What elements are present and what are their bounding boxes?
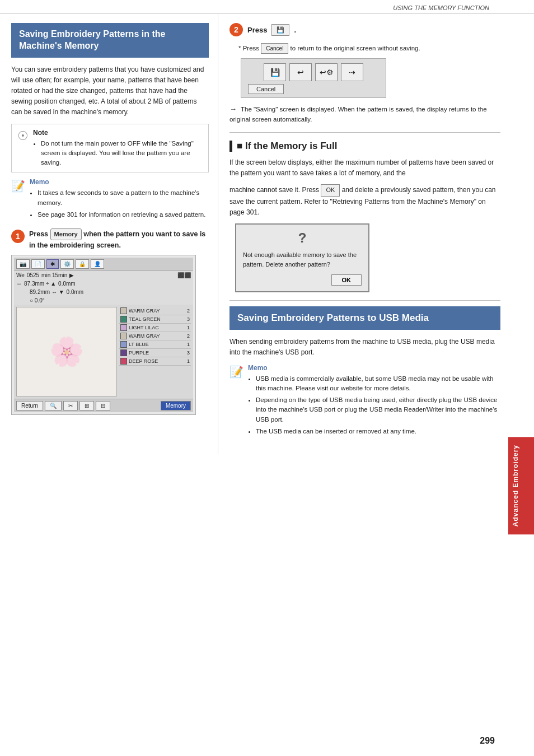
machine-toolbar: 📷 📄 ✱ ⚙️ 🔒 👤 xyxy=(14,258,193,271)
color-row-1: WARM GRAY 2 xyxy=(119,307,191,315)
color-row-6: PURPLE 3 xyxy=(119,349,191,357)
screen-btn-arrow3: ⇢ xyxy=(341,63,363,81)
main-layout: Saving Embroidery Patterns in the Machin… xyxy=(0,14,534,454)
trim-button[interactable]: ✂ xyxy=(63,401,78,410)
note-body: Do not turn the main power to OFF while … xyxy=(33,139,203,168)
right-screen-mockup: 💾 ↩ ↩⚙ ⇢ Cancel xyxy=(241,58,386,98)
resize-button[interactable]: ⊟ xyxy=(96,401,110,410)
color-row-4: WARM GRAY 2 xyxy=(119,332,191,340)
page-header: USING THE MEMORY FUNCTION xyxy=(0,0,534,14)
right-screen-cancel-row: Cancel xyxy=(246,85,381,93)
step2-row: 2 Press 💾 . xyxy=(229,23,500,36)
usb-body-text: When sending embroidery patterns from th… xyxy=(229,337,500,358)
layout-button[interactable]: ⊞ xyxy=(79,401,94,410)
note-title: Note xyxy=(33,129,203,137)
color-row-7: DEEP ROSE 1 xyxy=(119,357,191,366)
cancel-btn-inline: Cancel xyxy=(261,43,288,54)
memory-key: Memory xyxy=(50,228,82,240)
memory-full-icon: ■ xyxy=(237,141,242,151)
step2-press-label: Press xyxy=(247,26,267,34)
machine-btn-person: 👤 xyxy=(91,259,104,269)
color-row-2: TEAL GREEN 3 xyxy=(119,315,191,324)
color-swatch xyxy=(120,341,127,348)
color-swatch xyxy=(120,307,127,314)
usb-memo-title: Memo xyxy=(248,364,500,372)
return-button[interactable]: Return xyxy=(16,401,43,410)
note-content: Note Do not turn the main power to OFF w… xyxy=(33,129,203,168)
asterisk-note: * Press Cancel to return to the original… xyxy=(238,41,500,54)
color-row-5: LT BLUE 1 xyxy=(119,340,191,349)
memo-box: 📝 Memo It takes a few seconds to save a … xyxy=(11,178,209,222)
ok-btn-inline: OK xyxy=(321,184,340,197)
machine-info-row3: 89.2mm ↔ ▼ 0.0mm xyxy=(14,288,193,296)
usb-section-title: Saving Embroidery Patterns to USB Media xyxy=(229,306,500,330)
color-row-3: LIGHT LILAC 1 xyxy=(119,324,191,332)
memory-button[interactable]: Memory xyxy=(161,401,191,410)
zoom-button[interactable]: 🔍 xyxy=(45,401,62,410)
divider-2 xyxy=(229,300,500,301)
dialog-question-mark: ? xyxy=(243,230,362,246)
arrow-symbol: → xyxy=(229,105,237,113)
machine-screen-mockup: 📷 📄 ✱ ⚙️ 🔒 👤 We 0525 min 15min ▶ ⬛⬛ ↔ 87… xyxy=(11,255,196,415)
note-box: ☉ Note Do not turn the main power to OFF… xyxy=(11,124,209,173)
side-tab: Advanced Embroidery xyxy=(508,437,534,534)
machine-btn-settings: ⚙️ xyxy=(60,259,74,269)
color-swatch xyxy=(120,349,127,356)
left-column: Saving Embroidery Patterns in the Machin… xyxy=(0,14,218,454)
usb-memo-content: Memo USB media is commercially available… xyxy=(248,364,500,439)
step1-row: 1 Press Memory when the pattern you want… xyxy=(11,228,209,250)
machine-main-area: 🌸 WARM GRAY 2 TEAL GREEN 3 xyxy=(14,305,193,399)
right-screen-cancel-btn: Cancel xyxy=(248,84,284,94)
left-body-text: You can save embroidery patterns that yo… xyxy=(11,64,209,118)
memo-title: Memo xyxy=(30,178,209,186)
page-number: 299 xyxy=(480,736,495,746)
header-text: USING THE MEMORY FUNCTION xyxy=(393,4,489,11)
machine-info-row: We 0525 min 15min ▶ ⬛⬛ xyxy=(14,271,193,279)
color-swatch xyxy=(120,358,127,365)
machine-canvas: 🌸 xyxy=(16,307,117,396)
left-section-title: Saving Embroidery Patterns in the Machin… xyxy=(11,23,209,58)
save-icon: 💾 xyxy=(277,26,284,34)
machine-info-row4: ○ 0.0° xyxy=(14,296,193,305)
right-column: 2 Press 💾 . * Press Cancel to return to … xyxy=(218,14,534,454)
machine-btn-camera: 📷 xyxy=(16,259,30,269)
save-button-img: 💾 xyxy=(271,24,289,36)
step1-text: Press Memory when the pattern you want t… xyxy=(29,228,209,250)
embroidery-pattern: 🌸 xyxy=(49,335,84,368)
screen-btn-arrow1: ↩ xyxy=(289,63,312,81)
memo-icon: 📝 xyxy=(11,179,25,193)
arrow-note: → The "Saving" screen is displayed. When… xyxy=(229,104,500,124)
color-swatch xyxy=(120,333,127,339)
memory-full-body2: machine cannot save it. Press OK and del… xyxy=(229,184,500,218)
usb-memo-icon: 📝 xyxy=(229,365,243,379)
machine-info-row2: ↔ 87.3mm ÷ ▲ 0.0mm xyxy=(14,279,193,288)
color-swatch xyxy=(120,324,127,331)
divider-1 xyxy=(229,132,500,133)
color-swatch xyxy=(120,316,127,323)
machine-footer: Return 🔍 ✂ ⊞ ⊟ Memory xyxy=(14,399,193,412)
right-screen-icons-row: 💾 ↩ ↩⚙ ⇢ xyxy=(246,63,381,81)
note-icon: ☉ xyxy=(17,130,29,142)
dialog-text: Not enough available memory to save the … xyxy=(243,250,362,269)
dialog-ok-button[interactable]: OK xyxy=(331,274,362,286)
memo-body: It takes a few seconds to save a pattern… xyxy=(30,188,209,220)
usb-memo-body: USB media is commercially available, but… xyxy=(248,374,500,437)
memory-full-dialog: ? Not enough available memory to save th… xyxy=(235,223,369,292)
machine-btn-lock: 🔒 xyxy=(76,259,89,269)
memory-full-body: If the screen below displays, either the… xyxy=(229,157,500,179)
machine-color-list: WARM GRAY 2 TEAL GREEN 3 LIGHT LILAC 1 xyxy=(119,307,191,396)
step2-number: 2 xyxy=(229,23,243,36)
step1-number: 1 xyxy=(11,230,25,243)
usb-memo-box: 📝 Memo USB media is commercially availab… xyxy=(229,364,500,439)
screen-btn-save: 💾 xyxy=(264,63,286,81)
screen-btn-arrow2: ↩⚙ xyxy=(315,63,338,81)
machine-btn-stitch: ✱ xyxy=(46,259,59,269)
machine-btn-file: 📄 xyxy=(31,259,45,269)
memory-full-heading: ■ If the Memory is Full xyxy=(229,141,500,152)
memo-content: Memo It takes a few seconds to save a pa… xyxy=(30,178,209,222)
